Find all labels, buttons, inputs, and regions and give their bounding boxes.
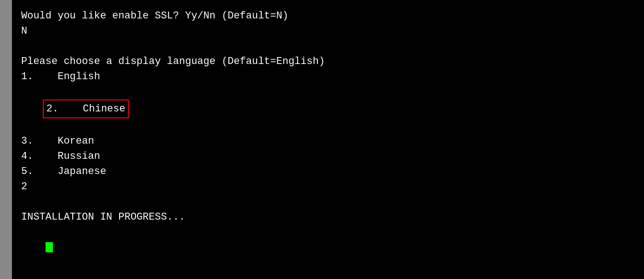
scrollbar[interactable] bbox=[0, 0, 12, 279]
cursor-line bbox=[21, 225, 635, 270]
lang-option-1: 1. English bbox=[21, 69, 635, 84]
empty-line-2 bbox=[21, 194, 635, 209]
lang-option-3: 3. Korean bbox=[21, 134, 635, 149]
ssl-prompt-line: Would you like enable SSL? Yy/Nn (Defaul… bbox=[21, 8, 635, 23]
lang-option-2[interactable]: 2. Chinese bbox=[21, 84, 635, 134]
terminal-window: Would you like enable SSL? Yy/Nn (Defaul… bbox=[12, 0, 644, 279]
lang-prompt-line: Please choose a display language (Defaul… bbox=[21, 54, 635, 69]
terminal-cursor bbox=[46, 242, 53, 252]
ssl-answer-line: N bbox=[21, 23, 635, 39]
highlighted-option[interactable]: 2. Chinese bbox=[43, 99, 129, 118]
install-progress-line: INSTALLATION IN PROGRESS... bbox=[21, 209, 635, 225]
lang-answer-line: 2 bbox=[21, 179, 635, 194]
lang-option-5: 5. Japanese bbox=[21, 164, 635, 179]
empty-line-1 bbox=[21, 39, 635, 54]
lang-option-4: 4. Russian bbox=[21, 149, 635, 164]
